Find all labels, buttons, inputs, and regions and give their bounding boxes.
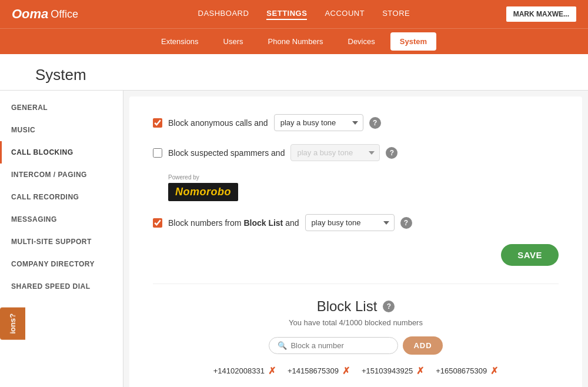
blocked-number-item: +15103943925 ✗ [362, 365, 424, 376]
block-list-subtitle: You have total 4/1000 blocked numbers [153, 318, 559, 327]
sidebar-item-company-directory[interactable]: COMPANY DIRECTORY [0, 253, 123, 275]
subnav-users[interactable]: Users [214, 32, 253, 51]
blocked-number-remove-3[interactable]: ✗ [490, 365, 498, 376]
block-list-action-select[interactable]: play busy tone forward to voicemail hang… [305, 214, 395, 231]
blocked-numbers-list: +14102008331 ✗ +14158675309 ✗ +151039439… [153, 365, 559, 376]
content-area: Block anonymous calls and play a busy to… [129, 96, 582, 387]
save-button[interactable]: SAVE [501, 244, 559, 266]
block-spammers-help-icon[interactable]: ? [386, 147, 397, 159]
block-anonymous-row: Block anonymous calls and play a busy to… [153, 114, 559, 131]
nav-account[interactable]: ACCOUNT [325, 9, 365, 20]
block-search-wrap: 🔍 [269, 337, 398, 354]
block-list-label: Block numbers from Block List and [168, 218, 299, 228]
subnav-system[interactable]: System [390, 32, 436, 51]
sidebar-item-messaging[interactable]: MESSAGING [0, 208, 123, 231]
nav-settings[interactable]: SETTINGS [266, 9, 307, 20]
floating-help-button[interactable]: ions? [0, 308, 25, 340]
sidebar-item-call-blocking[interactable]: CALL BLOCKING [0, 141, 123, 164]
sidebar-item-general[interactable]: GENERAL [0, 96, 123, 119]
block-list-checkbox[interactable] [153, 218, 162, 228]
block-number-input[interactable] [290, 341, 389, 350]
block-list-section-help-icon[interactable]: ? [383, 301, 395, 312]
blocked-number-0: +14102008331 [213, 366, 265, 375]
blocked-number-3: +16508675309 [436, 366, 487, 375]
powered-by-label: Powered by [168, 174, 559, 181]
sub-navigation: Extensions Users Phone Numbers Devices S… [0, 28, 588, 54]
block-list-section: Block List ? You have total 4/1000 block… [153, 283, 559, 376]
block-spammers-row: Block suspected spammers and play a busy… [153, 144, 559, 161]
subnav-devices[interactable]: Devices [339, 32, 385, 51]
blocked-number-item: +14158675309 ✗ [288, 365, 350, 376]
block-spammers-checkbox[interactable] [153, 148, 162, 158]
block-anonymous-action-select[interactable]: play a busy tone forward to voicemail ha… [274, 114, 363, 131]
block-search-row: 🔍 ADD [153, 336, 559, 355]
blocked-number-remove-0[interactable]: ✗ [268, 365, 276, 376]
page-title-bar: System [0, 54, 588, 91]
blocked-number-remove-1[interactable]: ✗ [342, 365, 350, 376]
logo-office: Office [51, 8, 78, 21]
block-list-row: Block numbers from Block List and play b… [153, 214, 559, 231]
block-spammers-label: Block suspected spammers and [168, 148, 285, 158]
nomorobo-section: Powered by Nomorobo [168, 174, 559, 201]
nav-dashboard[interactable]: DASHBOARD [198, 9, 249, 20]
save-btn-row: SAVE [153, 244, 559, 266]
block-list-help-icon[interactable]: ? [400, 217, 412, 229]
sidebar-item-music[interactable]: MUSIC [0, 119, 123, 141]
sidebar-item-intercom[interactable]: INTERCOM / PAGING [0, 164, 123, 186]
search-icon: 🔍 [278, 341, 287, 350]
blocked-number-2: +15103943925 [362, 366, 413, 375]
page-title: System [35, 66, 553, 84]
block-list-header: Block List ? [153, 298, 559, 315]
nomorobo-badge: Nomorobo [168, 183, 238, 201]
block-anonymous-checkbox[interactable] [153, 118, 162, 128]
logo: Ooma Office [12, 6, 78, 22]
block-list-title: Block List [317, 298, 377, 315]
top-nav-links: DASHBOARD SETTINGS ACCOUNT STORE [102, 9, 506, 20]
block-spammers-action-select[interactable]: play a busy tone forward to voicemail ha… [290, 144, 380, 161]
blocked-number-item: +16508675309 ✗ [436, 365, 498, 376]
blocked-number-1: +14158675309 [288, 366, 339, 375]
top-navigation: Ooma Office DASHBOARD SETTINGS ACCOUNT S… [0, 0, 588, 28]
sidebar-item-call-recording[interactable]: CALL RECORDING [0, 186, 123, 208]
blocked-number-remove-2[interactable]: ✗ [416, 365, 424, 376]
user-menu-button[interactable]: MARK MAXWE... [506, 6, 576, 22]
block-anonymous-label: Block anonymous calls and [168, 118, 268, 128]
subnav-phone-numbers[interactable]: Phone Numbers [259, 32, 333, 51]
main-layout: GENERAL MUSIC CALL BLOCKING INTERCOM / P… [0, 91, 588, 387]
nav-store[interactable]: STORE [382, 9, 410, 20]
logo-ooma: Ooma [12, 6, 48, 22]
add-button[interactable]: ADD [403, 336, 442, 355]
block-anonymous-help-icon[interactable]: ? [369, 117, 381, 129]
sidebar: GENERAL MUSIC CALL BLOCKING INTERCOM / P… [0, 91, 123, 387]
sidebar-item-speed-dial[interactable]: SHARED SPEED DIAL [0, 275, 123, 298]
subnav-extensions[interactable]: Extensions [152, 32, 208, 51]
page-content: System GENERAL MUSIC CALL BLOCKING INTER… [0, 54, 588, 387]
sidebar-item-multisite[interactable]: MULTI-SITE SUPPORT [0, 231, 123, 253]
blocked-number-item: +14102008331 ✗ [213, 365, 276, 376]
